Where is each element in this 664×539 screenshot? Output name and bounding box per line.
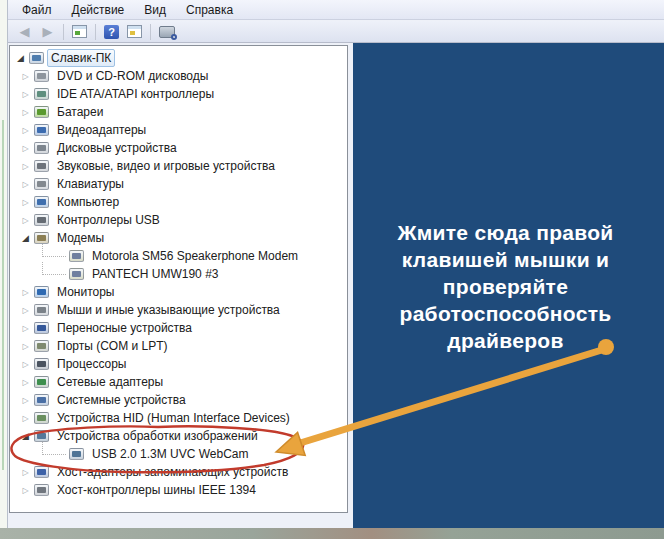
firewire-icon (34, 484, 49, 496)
tree-item-system-devices[interactable]: ▷Системные устройства (10, 391, 347, 409)
audio-device-icon (34, 160, 49, 172)
device-tree-panel[interactable]: ◢Славик-ПК▷DVD и CD-ROM дисководы▷IDE AT… (9, 45, 348, 513)
expand-arrow-icon[interactable]: ▷ (20, 378, 31, 387)
keyboard-icon (34, 178, 49, 190)
expand-arrow-icon[interactable]: ▷ (20, 414, 31, 423)
computer-icon (29, 52, 44, 64)
tree-item-sound-video-game[interactable]: ▷Звуковые, видео и игровые устройства (10, 157, 347, 175)
back-button[interactable]: ◀ (13, 22, 36, 42)
menu-item-help[interactable]: Справка (176, 1, 243, 19)
modem-device-icon (69, 250, 84, 262)
expand-arrow-icon[interactable]: ▷ (20, 360, 31, 369)
tree-item-pantech-modem[interactable]: PANTECH UMW190 #3 (10, 265, 347, 283)
tree-item-label: Славик-ПК (47, 49, 115, 67)
display-adapter-icon (34, 124, 49, 136)
properties-icon (127, 25, 142, 38)
tree-item-portable-devices[interactable]: ▷Переносные устройства (10, 319, 347, 337)
tree-item-disk-devices[interactable]: ▷Дисковые устройства (10, 139, 347, 157)
collapse-arrow-icon[interactable]: ◢ (20, 431, 31, 441)
tree-item-computer-root[interactable]: ◢Славик-ПК (10, 49, 347, 67)
expand-arrow-icon[interactable]: ▷ (20, 468, 31, 477)
tree-item-video-adapters[interactable]: ▷Видеоадаптеры (10, 121, 347, 139)
serial-port-icon (34, 340, 49, 352)
tree-item-label: Сетевые адаптеры (54, 374, 166, 390)
tree-item-label: Видеоадаптеры (54, 122, 149, 138)
expand-arrow-icon[interactable]: ▷ (20, 396, 31, 405)
expand-arrow-icon[interactable]: ▷ (20, 108, 31, 117)
expand-arrow-icon[interactable]: ▷ (20, 126, 31, 135)
tree-item-label: Системные устройства (54, 392, 189, 408)
help-button[interactable]: ? (100, 22, 123, 42)
tree-item-processors[interactable]: ▷Процессоры (10, 355, 347, 373)
tree-item-usb-controllers[interactable]: ▷Контроллеры USB (10, 211, 347, 229)
battery-icon (34, 106, 49, 118)
menu-item-action[interactable]: Действие (62, 1, 135, 19)
tree-item-batteries[interactable]: ▷Батареи (10, 103, 347, 121)
collapse-arrow-icon[interactable]: ◢ (20, 233, 31, 243)
expand-arrow-icon[interactable]: ▷ (20, 216, 31, 225)
menu-item-file[interactable]: Файл (12, 1, 62, 19)
tree-item-keyboards[interactable]: ▷Клавиатуры (10, 175, 347, 193)
tree-item-label: Порты (COM и LPT) (54, 338, 171, 354)
tree-item-label: Батареи (54, 104, 106, 120)
tree-item-dvd-cdrom[interactable]: ▷DVD и CD-ROM дисководы (10, 67, 347, 85)
expand-arrow-icon[interactable]: ▷ (20, 288, 31, 297)
toolbar-separator (150, 24, 151, 40)
toolbar-separator (95, 24, 96, 40)
expand-arrow-icon[interactable]: ▷ (20, 198, 31, 207)
tree-item-mice[interactable]: ▷Мыши и иные указывающие устройства (10, 301, 347, 319)
annotation-line: клавишей мышки и (357, 246, 654, 273)
tree-item-computer[interactable]: ▷Компьютер (10, 193, 347, 211)
expand-arrow-icon[interactable]: ▷ (20, 90, 31, 99)
help-icon: ? (104, 25, 119, 39)
expand-arrow-icon[interactable]: ▷ (20, 324, 31, 333)
annotation-panel: Жмите сюда правойклавишей мышки ипроверя… (353, 43, 664, 528)
modem-device-icon (69, 268, 84, 280)
forward-arrow-icon: ▶ (43, 25, 53, 38)
scan-hardware-button[interactable] (155, 22, 178, 42)
expand-arrow-icon[interactable]: ▷ (20, 162, 31, 171)
annotation-line: драйверов (357, 327, 654, 354)
expand-arrow-icon[interactable]: ▷ (20, 180, 31, 189)
device-tree: ◢Славик-ПК▷DVD и CD-ROM дисководы▷IDE AT… (10, 46, 347, 499)
tree-item-label: Компьютер (54, 194, 122, 210)
expand-arrow-icon[interactable]: ▷ (20, 144, 31, 153)
annotation-line: работоспособность (357, 300, 654, 327)
forward-button[interactable]: ▶ (36, 22, 59, 42)
collapse-arrow-icon[interactable]: ◢ (15, 53, 26, 63)
menu-item-view[interactable]: Вид (134, 1, 176, 19)
usb-controller-icon (34, 214, 49, 226)
tree-item-ide-ata[interactable]: ▷IDE ATA/ATAPI контроллеры (10, 85, 347, 103)
tree-item-label: Звуковые, видео и игровые устройства (54, 158, 278, 174)
monitor-icon (34, 286, 49, 298)
screen: ФайлДействиеВидСправка ◀▶? ◢Славик-ПК▷DV… (0, 0, 664, 539)
tree-item-storage-host-adapters[interactable]: ▷Хост-адаптеры запоминающих устройств (10, 463, 347, 481)
tree-item-monitors[interactable]: ▷Мониторы (10, 283, 347, 301)
tree-item-ports[interactable]: ▷Порты (COM и LPT) (10, 337, 347, 355)
show-console-tree-button[interactable] (68, 22, 91, 42)
system-device-icon (34, 394, 49, 406)
tree-item-ieee1394-controllers[interactable]: ▷Хост-контроллеры шины IEEE 1394 (10, 481, 347, 499)
console-tree-icon (72, 25, 87, 38)
tree-connector-line (42, 442, 66, 455)
tree-item-hid-devices[interactable]: ▷Устройства HID (Human Interface Devices… (10, 409, 347, 427)
tree-item-label: Мыши и иные указывающие устройства (54, 302, 283, 318)
back-arrow-icon: ◀ (20, 25, 30, 38)
tree-item-label: Контроллеры USB (54, 212, 163, 228)
desktop-strip (0, 528, 664, 539)
tree-item-label: Процессоры (54, 356, 130, 372)
expand-arrow-icon[interactable]: ▷ (20, 72, 31, 81)
expand-arrow-icon[interactable]: ▷ (20, 342, 31, 351)
expand-arrow-icon[interactable]: ▷ (20, 486, 31, 495)
disk-drive-icon (34, 142, 49, 154)
processor-icon (34, 358, 49, 370)
tree-item-usb-webcam[interactable]: USB 2.0 1.3M UVC WebCam (10, 445, 347, 463)
hid-device-icon (34, 412, 49, 424)
tree-item-label: DVD и CD-ROM дисководы (54, 68, 211, 84)
expand-arrow-icon[interactable]: ▷ (20, 306, 31, 315)
tree-item-network-adapters[interactable]: ▷Сетевые адаптеры (10, 373, 347, 391)
properties-button[interactable] (123, 22, 146, 42)
network-adapter-icon (34, 376, 49, 388)
tree-item-label: PANTECH UMW190 #3 (89, 266, 221, 282)
menu-bar: ФайлДействиеВидСправка (8, 0, 664, 20)
